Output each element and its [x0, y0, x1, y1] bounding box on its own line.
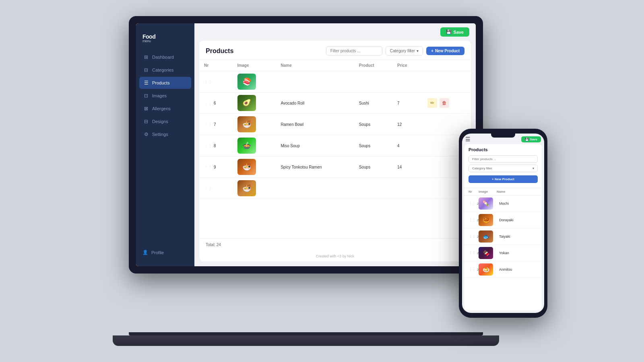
col-actions: [423, 60, 471, 71]
cell-product-type: [354, 178, 392, 199]
phone-drag-handle[interactable]: ⋮⋮: [469, 234, 476, 239]
phone-save-icon: 💾: [525, 138, 529, 141]
row-number: 9: [214, 165, 216, 169]
phone-save-button[interactable]: 💾 Save: [521, 136, 541, 142]
profile-icon: 👤: [142, 250, 148, 255]
sidebar: Food menu ⊞ Dashboard ⊟ Categories ☰: [136, 23, 194, 266]
sidebar-item-products[interactable]: ☰ Products: [139, 77, 191, 89]
col-price: Price: [392, 60, 423, 71]
phone-table-header: Nr Image Name: [464, 188, 542, 195]
total-count: Total: 24: [199, 238, 471, 251]
cell-image: 🍜: [233, 156, 276, 178]
laptop-base: [113, 335, 499, 346]
edit-button[interactable]: ✏: [427, 98, 437, 108]
col-nr: Nr: [199, 60, 233, 71]
drag-handle[interactable]: ⋮⋮: [204, 165, 212, 169]
page-title: Products: [206, 47, 233, 55]
laptop-device: Food menu ⊞ Dashboard ⊟ Categories ☰: [129, 16, 515, 346]
row-number: 6: [214, 101, 216, 105]
drag-handle[interactable]: ⋮⋮: [204, 122, 212, 127]
delete-button[interactable]: 🗑: [440, 119, 449, 129]
col-product: Product: [354, 60, 392, 71]
laptop-screen: Food menu ⊞ Dashboard ⊟ Categories ☰: [136, 23, 476, 266]
categories-icon: ⊟: [143, 67, 149, 73]
save-icon: 💾: [446, 29, 452, 35]
products-table: Nr Image Name Product Price: [199, 60, 471, 199]
cell-name: [276, 178, 354, 199]
product-category: Soups: [359, 122, 370, 127]
phone-drag-handle[interactable]: ⋮⋮: [469, 218, 476, 222]
table-row: ⋮⋮ 8 🍲 Miso Soup Soups 4 ✏ 🗑: [199, 135, 471, 156]
col-image: Image: [233, 60, 276, 71]
new-product-label: New Product: [435, 49, 460, 53]
phone-product-name: Yokan: [497, 251, 538, 255]
footer-credit: Created with <3 by Nick: [199, 251, 471, 261]
sidebar-item-settings[interactable]: ⚙ Settings: [139, 128, 191, 140]
allergens-icon: ⊠: [143, 106, 149, 111]
cell-actions: ✏ 🗑: [423, 93, 471, 114]
delete-button[interactable]: 🗑: [440, 162, 449, 172]
cell-name: Miso Soup: [276, 135, 354, 156]
sidebar-item-allergens-label: Allergens: [152, 106, 171, 111]
cell-nr: ⋮⋮ 9: [199, 156, 233, 178]
product-name: Spicy Tonkotsu Ramen: [281, 165, 322, 169]
phone-drag-handle[interactable]: ⋮⋮: [469, 202, 476, 206]
phone-menu-icon[interactable]: ☰: [465, 136, 471, 142]
phone-new-product-button[interactable]: + New Product: [469, 175, 538, 183]
edit-button[interactable]: ✏: [427, 141, 437, 150]
sidebar-item-designs[interactable]: ⊟ Designs: [139, 115, 191, 128]
cell-price: 4: [392, 135, 423, 156]
phone-filter-input[interactable]: [469, 155, 538, 163]
cell-name: Ramen Bowl: [276, 114, 354, 135]
table-row: ⋮⋮ 7 🍜 Ramen Bowl Soups 12 ✏ 🗑: [199, 114, 471, 135]
dashboard-icon: ⊞: [143, 54, 149, 60]
phone-row-nr: ⋮⋮ 22: [469, 234, 479, 239]
filter-products-input[interactable]: [326, 46, 382, 56]
profile-item[interactable]: 👤 Profile: [136, 245, 194, 260]
cell-nr: ⋮⋮ 7: [199, 114, 233, 135]
phone-drag-handle[interactable]: ⋮⋮: [469, 267, 476, 272]
delete-button[interactable]: 🗑: [440, 98, 449, 108]
products-table-wrap: Nr Image Name Product Price: [199, 60, 471, 238]
phone-col-image: Image: [479, 190, 497, 193]
edit-button[interactable]: ✏: [427, 119, 437, 129]
phone-page-title: Products: [469, 147, 538, 152]
row-actions: ✏ 🗑: [427, 98, 466, 108]
drag-handle[interactable]: ⋮⋮: [204, 144, 212, 148]
new-product-button[interactable]: + New Product: [426, 47, 464, 55]
phone-category-label: Category filter: [472, 167, 492, 170]
phone-product-name: Mochi: [497, 202, 538, 206]
phone-col-name: Name: [497, 190, 538, 193]
save-button-top[interactable]: 💾 Save: [440, 27, 469, 37]
cell-product-type: Soups: [354, 114, 392, 135]
sidebar-item-allergens[interactable]: ⊠ Allergens: [139, 103, 191, 115]
sidebar-item-dashboard[interactable]: ⊞ Dashboard: [139, 51, 191, 63]
sidebar-item-images[interactable]: ⊡ Images: [139, 90, 191, 102]
product-thumbnail: 🍜: [237, 116, 256, 132]
drag-handle[interactable]: ⋮⋮: [204, 101, 212, 105]
drag-handle[interactable]: ⋮⋮: [204, 186, 212, 191]
product-price: 14: [397, 165, 402, 169]
phone-product-name: Anmitsu: [497, 267, 538, 272]
phone-product-thumbnail: 🍫: [479, 247, 493, 259]
phone-product-thumbnail: 🥮: [479, 214, 493, 226]
table-row: ⋮⋮ 6 🥑 Avocado Roll Sushi 7 ✏ 🗑: [199, 93, 471, 114]
cell-nr: ⋮⋮ 8: [199, 135, 233, 156]
sidebar-item-categories[interactable]: ⊟ Categories: [139, 64, 191, 76]
phone-table-row: ⋮⋮ 24 🍮 Anmitsu: [464, 261, 542, 278]
sidebar-item-dashboard-label: Dashboard: [152, 55, 174, 60]
phone-category-filter[interactable]: Category filter ▾: [469, 165, 538, 172]
phone-drag-handle[interactable]: ⋮⋮: [469, 251, 476, 255]
phone-col-nr: Nr: [469, 190, 479, 193]
phone-device: ☰ 💾 Save Products Category filter ▾ + Ne…: [459, 129, 547, 318]
delete-button[interactable]: 🗑: [440, 141, 449, 150]
phone-product-thumbnail: 🍡: [479, 197, 493, 210]
category-filter-dropdown[interactable]: Category filter ▾: [386, 46, 423, 56]
phone-save-label: Save: [530, 138, 537, 141]
cell-price: 7: [392, 93, 423, 114]
edit-button[interactable]: ✏: [427, 162, 437, 172]
drag-handle[interactable]: ⋮⋮: [204, 80, 212, 84]
product-category: Soups: [359, 165, 370, 169]
phone-product-name: Taiyaki: [497, 234, 538, 239]
app-logo: Food menu: [136, 30, 194, 51]
